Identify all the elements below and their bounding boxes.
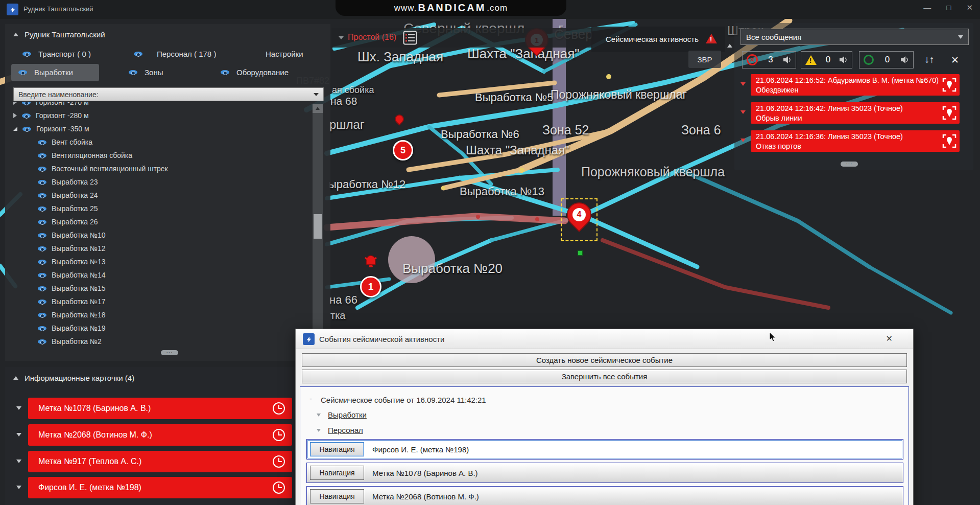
eye-icon[interactable] [38, 191, 46, 200]
navigation-button[interactable]: Навигация [310, 442, 364, 456]
eye-icon[interactable] [38, 337, 46, 346]
eye-icon[interactable] [38, 297, 46, 306]
ok-counter[interactable]: 0 [859, 51, 914, 68]
close-messages-button[interactable]: ✕ [945, 51, 965, 68]
tree-scrollbar[interactable] [313, 104, 323, 365]
locate-on-map-icon[interactable] [942, 133, 957, 149]
info-card[interactable]: Метка №917 (Теплов А. С.) [28, 451, 292, 472]
scrollbar-thumb[interactable] [314, 214, 322, 239]
tree-item[interactable]: Выработка №2 [5, 335, 310, 346]
tree-item[interactable]: Выработка №14 [5, 268, 310, 282]
eye-icon[interactable] [38, 311, 46, 319]
message-item[interactable]: 21.06.2024 12:16:42: Линия 35023 (Точное… [751, 102, 960, 124]
tree-item[interactable]: Вентиляционная сбойка [5, 149, 310, 162]
create-event-button[interactable]: Создать новое сейсмическое событие [302, 353, 907, 367]
alarm-counter[interactable]: 3 [742, 51, 796, 68]
eye-icon[interactable] [38, 284, 46, 293]
zvr-button[interactable]: ЗВР [688, 51, 721, 68]
eye-icon[interactable] [38, 271, 46, 280]
personnel-link[interactable]: Персонал [328, 426, 363, 434]
message-item[interactable]: 21.06.2024 12:16:52: Абдураимов В. М. (м… [751, 74, 960, 96]
tree-item[interactable]: Восточный вентиляционный штрек [5, 162, 310, 175]
eye-icon[interactable] [22, 50, 31, 58]
eye-icon[interactable] [22, 125, 31, 133]
expand-icon[interactable] [13, 102, 17, 105]
map-marker-small-pin[interactable] [395, 114, 404, 124]
personnel-row[interactable]: Навигация Метка №1078 (Баринов А. В.) [306, 463, 903, 483]
tree-item[interactable]: Горизонт -280 м [5, 109, 310, 122]
panel-resize-grip[interactable]: ··· [161, 350, 178, 355]
map-marker-pin-4[interactable]: 4 [567, 202, 591, 227]
dialog-close-button[interactable]: ✕ [886, 334, 893, 343]
warning-counter[interactable]: 0 [801, 51, 852, 68]
tab-equipment[interactable]: Оборудование [221, 68, 289, 77]
tree-item[interactable]: Выработка №10 [5, 228, 310, 242]
tab-settings[interactable]: Настройки [266, 50, 303, 58]
messages-collapse-icon[interactable] [727, 44, 732, 48]
tree-item[interactable]: Выработка №13 [5, 255, 310, 268]
speaker-icon[interactable] [783, 56, 792, 63]
info-card[interactable]: Метка №1078 (Баринов А. В.) [28, 398, 292, 419]
tree-item[interactable]: Выработка №19 [5, 322, 310, 335]
tree-item[interactable]: Выработка №18 [5, 308, 310, 322]
close-button[interactable]: ✕ [966, 3, 973, 12]
eye-icon[interactable] [22, 111, 31, 120]
locate-on-map-icon[interactable] [942, 105, 957, 121]
speaker-icon[interactable] [901, 56, 909, 63]
message-expand-icon[interactable] [740, 110, 746, 114]
navigation-button[interactable]: Навигация [310, 466, 364, 480]
personnel-row[interactable]: Навигация Фирсов И. Е. (метка №198) [306, 439, 903, 460]
chevron-down-icon[interactable] [339, 36, 344, 39]
map-marker-circle-5[interactable]: 5 [393, 140, 413, 160]
eye-icon[interactable] [38, 178, 46, 187]
messages-filter-dropdown[interactable]: Все сообщения [740, 29, 969, 45]
personnel-row[interactable]: Навигация Метка №2068 (Вотинов М. Ф.) [306, 486, 903, 505]
tree-item[interactable]: Выработка 26 [5, 215, 310, 228]
eye-icon[interactable] [38, 218, 46, 226]
maximize-button[interactable]: □ [946, 3, 951, 12]
history-clock-icon[interactable] [273, 429, 285, 441]
eye-icon[interactable] [22, 102, 31, 107]
card-expand-icon[interactable] [16, 486, 21, 489]
workings-link[interactable]: Выработки [328, 410, 367, 419]
event-list-icon[interactable] [403, 31, 417, 45]
status-label[interactable]: Простой (16) [348, 33, 396, 42]
seismic-activity-button[interactable]: Сейсмическая активность [591, 27, 725, 52]
navigation-button[interactable]: Навигация [310, 489, 364, 503]
eye-icon[interactable] [38, 324, 46, 333]
info-cards-header[interactable]: Информационные карточки (4) [13, 374, 134, 382]
history-clock-icon[interactable] [273, 455, 285, 468]
history-clock-icon[interactable] [273, 402, 285, 415]
eye-icon[interactable] [38, 151, 46, 160]
tree-item[interactable]: Выработка 23 [5, 175, 310, 189]
eye-icon[interactable] [38, 138, 46, 147]
eye-icon[interactable] [38, 258, 46, 266]
collapse-icon[interactable] [13, 127, 17, 131]
finish-all-events-button[interactable]: Завершить все события [302, 370, 907, 383]
search-input[interactable]: Введите наименование: [13, 87, 324, 101]
message-expand-icon[interactable] [740, 139, 746, 142]
minimize-button[interactable]: — [923, 3, 931, 12]
eye-icon[interactable] [129, 68, 137, 77]
tree-item[interactable]: Горизонт -270 м [5, 102, 310, 109]
chevron-down-icon[interactable] [314, 93, 319, 96]
tree-item[interactable]: Горизонт -350 м [5, 122, 310, 135]
card-expand-icon[interactable] [16, 433, 21, 437]
eye-icon[interactable] [38, 165, 46, 173]
locate-on-map-icon[interactable] [942, 77, 957, 93]
scroll-up-button[interactable] [313, 104, 323, 113]
tree-item[interactable]: Выработка 25 [5, 202, 310, 215]
speaker-icon[interactable] [840, 56, 848, 63]
tab-personnel[interactable]: Персонал ( 178 ) [134, 50, 216, 58]
info-card[interactable]: Фирсов И. Е. (метка №198) [28, 477, 292, 498]
eye-icon[interactable] [38, 231, 46, 240]
tree-item[interactable]: Выработка №17 [5, 295, 310, 308]
info-card[interactable]: Метка №2068 (Вотинов М. Ф.) [28, 424, 292, 446]
tab-transport[interactable]: Транспорт ( 0 ) [22, 50, 91, 58]
eye-icon[interactable] [38, 204, 46, 213]
eye-icon[interactable] [134, 50, 142, 58]
message-expand-icon[interactable] [740, 82, 746, 86]
sidebar-header[interactable]: Рудник Таштагольский [13, 30, 105, 39]
sort-messages-button[interactable]: ↓↑ [919, 51, 940, 68]
tab-zones[interactable]: Зоны [129, 68, 163, 77]
